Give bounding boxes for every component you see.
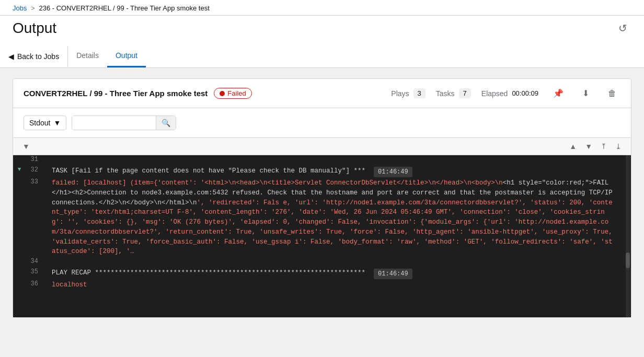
tasks-value: 7 xyxy=(459,88,471,98)
expand-up-icon: ⤒ xyxy=(601,142,607,151)
tasks-label: Tasks xyxy=(436,89,455,98)
tab-details[interactable]: Details xyxy=(68,45,107,67)
log-gutter: ▼ 32 xyxy=(13,166,50,174)
log-linenum: 36 xyxy=(24,280,38,287)
tasks-stat: Tasks 7 xyxy=(436,88,471,98)
chevron-down-icon: ▼ xyxy=(53,119,61,127)
breadcrumb: Jobs > 236 - CONVERT2RHEL / 99 - Three T… xyxy=(13,4,631,15)
job-card-header: CONVERT2RHEL / 99 - Three Tier App smoke… xyxy=(13,79,631,108)
elapsed-value: 00:00:09 xyxy=(512,89,538,97)
plays-stat: Plays 3 xyxy=(391,88,425,98)
stdout-label: Stdout xyxy=(29,119,50,127)
status-label: Failed xyxy=(227,89,246,97)
history-button[interactable]: ↺ xyxy=(614,20,631,37)
search-input[interactable] xyxy=(72,116,156,130)
fold-all-button[interactable]: ▼ xyxy=(19,141,33,152)
elapsed-stat: Elapsed 00:00:09 xyxy=(481,89,538,98)
search-icon: 🔍 xyxy=(162,119,170,127)
content-area: CONVERT2RHEL / 99 - Three Tier App smoke… xyxy=(0,68,644,329)
stdout-select[interactable]: Stdout ▼ xyxy=(24,116,66,130)
log-linenum: 34 xyxy=(24,258,38,265)
history-icon: ↺ xyxy=(618,22,627,34)
log-line: 33 failed: [localhost] (item={'content':… xyxy=(13,178,624,257)
page-header: Output ↺ xyxy=(0,16,644,45)
log-line: 34 xyxy=(13,257,624,268)
log-nav-right: ▲ ▼ ⤒ ⤓ xyxy=(566,141,625,152)
elapsed-label: Elapsed xyxy=(481,89,508,98)
fold-icon[interactable]: ▼ xyxy=(15,166,24,172)
back-arrow-icon: ◀ xyxy=(8,52,14,61)
log-content: localhost xyxy=(50,280,624,290)
scroll-top-button[interactable]: ⤒ xyxy=(597,141,610,152)
log-timestamp: 01:46:49 xyxy=(374,269,412,279)
chevron-down-icon: ▼ xyxy=(585,142,592,151)
pin-icon: 📌 xyxy=(553,89,564,98)
page-title: Output xyxy=(13,20,56,37)
log-line: 36 localhost xyxy=(13,280,624,291)
plays-label: Plays xyxy=(391,89,409,98)
log-toolbar: ▼ ▲ ▼ ⤒ ⤓ xyxy=(13,138,631,155)
log-body[interactable]: 31 ▼ 32 TASK [Fail if the page content d… xyxy=(13,155,631,317)
plays-value: 3 xyxy=(413,88,426,98)
job-stats: Plays 3 Tasks 7 Elapsed 00:00:09 📌 ⬇ xyxy=(391,86,620,100)
download-button[interactable]: ⬇ xyxy=(578,86,593,100)
output-log-wrapper: ▼ ▲ ▼ ⤒ ⤓ xyxy=(13,138,631,317)
pin-button[interactable]: 📌 xyxy=(549,86,568,100)
chevron-up-icon: ▲ xyxy=(569,142,577,151)
log-linenum: 31 xyxy=(24,156,38,163)
tab-output[interactable]: Output xyxy=(107,45,146,67)
log-content: TASK [Fail if the page content does not … xyxy=(50,166,624,177)
breadcrumb-current: 236 - CONVERT2RHEL / 99 - Three Tier App… xyxy=(39,4,209,12)
scroll-bottom-button[interactable]: ⤓ xyxy=(612,141,625,152)
scrollbar-thumb[interactable] xyxy=(626,252,630,268)
log-gutter: 33 xyxy=(13,178,50,186)
log-linenum: 32 xyxy=(24,166,38,174)
back-to-jobs-button[interactable]: ◀ Back to Jobs xyxy=(0,46,68,67)
breadcrumb-separator: > xyxy=(31,5,34,12)
search-input-wrap: 🔍 xyxy=(72,116,176,130)
log-line: 35 PLAY RECAP **************************… xyxy=(13,268,624,280)
back-to-jobs-label: Back to Jobs xyxy=(17,52,59,61)
delete-button[interactable]: 🗑 xyxy=(604,87,620,100)
tabs-bar: ◀ Back to Jobs Details Output xyxy=(0,45,644,68)
download-icon: ⬇ xyxy=(582,89,589,98)
scroll-up-button[interactable]: ▲ xyxy=(566,141,580,152)
expand-down-icon: ⤓ xyxy=(615,142,622,151)
log-line: ▼ 32 TASK [Fail if the page content does… xyxy=(13,166,624,178)
log-gutter: 34 xyxy=(13,258,50,265)
breadcrumb-jobs[interactable]: Jobs xyxy=(13,4,27,12)
chevron-down-icon: ▼ xyxy=(22,142,30,151)
log-content: PLAY RECAP *****************************… xyxy=(50,268,624,279)
job-name: CONVERT2RHEL / 99 - Three Tier App smoke… xyxy=(24,89,208,98)
output-controls: Stdout ▼ 🔍 xyxy=(13,108,631,138)
search-button[interactable]: 🔍 xyxy=(156,116,176,130)
scrollbar-track[interactable] xyxy=(626,155,630,317)
log-line: 31 xyxy=(13,155,624,166)
log-gutter: 31 xyxy=(13,156,50,163)
log-gutter: 35 xyxy=(13,268,50,275)
log-linenum: 35 xyxy=(24,268,38,275)
job-card: CONVERT2RHEL / 99 - Three Tier App smoke… xyxy=(13,78,631,318)
log-gutter: 36 xyxy=(13,280,50,287)
status-badge: Failed xyxy=(214,88,251,99)
log-timestamp: 01:46:49 xyxy=(374,167,412,177)
status-dot xyxy=(220,91,225,96)
trash-icon: 🗑 xyxy=(608,89,616,98)
scroll-down-button[interactable]: ▼ xyxy=(582,141,595,152)
log-linenum: 33 xyxy=(24,178,38,186)
log-content: failed: [localhost] (item={'content': '<… xyxy=(50,178,624,257)
